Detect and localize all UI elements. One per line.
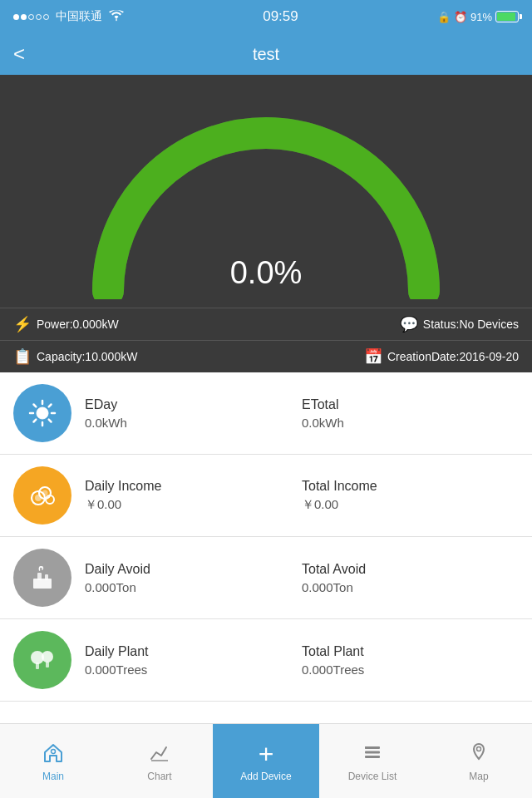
home-icon xyxy=(42,741,65,767)
svg-rect-16 xyxy=(45,574,48,580)
svg-point-19 xyxy=(42,651,53,663)
total-plant-label: Total Plant xyxy=(302,644,519,659)
etotal-value: 0.0kWh xyxy=(302,416,519,430)
tab-map[interactable]: Map xyxy=(426,724,532,798)
avoid-data: Daily Avoid 0.000Ton Total Avoid 0.000To… xyxy=(85,562,519,594)
plant-data: Daily Plant 0.000Trees Total Plant 0.000… xyxy=(85,644,519,677)
date-icon: 📅 xyxy=(364,347,382,366)
trees-icon-circle xyxy=(13,631,71,689)
svg-point-0 xyxy=(37,407,48,419)
tab-add-device[interactable]: + Add Device xyxy=(213,724,319,798)
daily-income-value: ￥0.00 xyxy=(85,497,302,513)
svg-line-5 xyxy=(34,405,37,407)
svg-rect-25 xyxy=(365,756,380,758)
nav-bar: < test xyxy=(0,33,532,75)
dot5 xyxy=(43,14,49,20)
total-avoid-label: Total Avoid xyxy=(302,562,519,577)
dot3 xyxy=(28,14,34,20)
capacity-info: 📋 Capacity:10.000kW xyxy=(13,347,137,366)
total-income-value: ￥0.00 xyxy=(302,497,519,513)
back-button[interactable]: < xyxy=(13,42,25,66)
svg-rect-18 xyxy=(36,663,39,669)
tab-add-label: Add Device xyxy=(240,771,291,782)
carrier: 中国联通 xyxy=(56,9,102,24)
daily-plant-value: 0.000Trees xyxy=(85,663,302,677)
tab-device-list[interactable]: Device List xyxy=(319,724,426,798)
svg-rect-20 xyxy=(46,662,49,667)
total-avoid-value: 0.000Ton xyxy=(302,580,519,594)
tab-main[interactable]: Main xyxy=(0,724,106,798)
stat-row-plant: Daily Plant 0.000Trees Total Plant 0.000… xyxy=(0,619,532,702)
chart-icon xyxy=(148,741,171,767)
tab-device-list-label: Device List xyxy=(348,771,397,782)
total-avoid-col: Total Avoid 0.000Ton xyxy=(302,562,519,594)
eday-value: 0.0kWh xyxy=(85,416,302,430)
total-income-label: Total Income xyxy=(302,479,519,494)
date-text: CreationDate:2016-09-20 xyxy=(387,350,519,363)
gauge-value: 0.0% xyxy=(230,255,303,291)
alarm-icon: ⏰ xyxy=(454,11,467,23)
tab-main-label: Main xyxy=(42,771,64,782)
dot1 xyxy=(13,14,19,20)
gauge-area: 0.0% xyxy=(0,75,532,308)
power-icon: ⚡ xyxy=(13,315,32,333)
battery-icon xyxy=(495,11,519,22)
battery-percent: 91% xyxy=(470,11,492,23)
tab-bar: Main Chart + Add Device Device List xyxy=(0,723,532,798)
status-text: Status:No Devices xyxy=(423,318,519,331)
daily-income-col: Daily Income ￥0.00 xyxy=(85,479,302,513)
stat-row-energy: EDay 0.0kWh ETotal 0.0kWh xyxy=(0,372,532,455)
svg-line-6 xyxy=(49,420,52,422)
svg-rect-24 xyxy=(365,751,380,753)
stats-container: EDay 0.0kWh ETotal 0.0kWh Daily Income ￥… xyxy=(0,372,532,702)
status-time: 09:59 xyxy=(263,8,298,25)
daily-avoid-value: 0.000Ton xyxy=(85,580,302,594)
info-section: ⚡ Power:0.000kW 💬 Status:No Devices 📋 Ca… xyxy=(0,308,532,372)
wifi-icon xyxy=(109,10,124,24)
stat-row-income: Daily Income ￥0.00 Total Income ￥0.00 xyxy=(0,455,532,537)
map-icon xyxy=(467,741,490,767)
info-row-1: ⚡ Power:0.000kW 💬 Status:No Devices xyxy=(0,308,532,340)
total-plant-value: 0.000Trees xyxy=(302,663,519,677)
dot2 xyxy=(21,14,27,20)
tab-chart[interactable]: Chart xyxy=(106,724,213,798)
svg-point-21 xyxy=(52,749,56,753)
daily-plant-label: Daily Plant xyxy=(85,644,302,659)
total-income-col: Total Income ￥0.00 xyxy=(302,479,519,513)
date-info: 📅 CreationDate:2016-09-20 xyxy=(364,347,519,366)
income-data: Daily Income ￥0.00 Total Income ￥0.00 xyxy=(85,479,519,513)
dot4 xyxy=(36,14,42,20)
factory-icon-circle xyxy=(13,549,71,607)
eday-col: EDay 0.0kWh xyxy=(85,397,302,430)
status-right: 🔒 ⏰ 91% xyxy=(437,11,519,23)
daily-avoid-label: Daily Avoid xyxy=(85,562,302,577)
svg-rect-15 xyxy=(37,573,42,580)
power-info: ⚡ Power:0.000kW xyxy=(13,315,119,333)
tab-map-label: Map xyxy=(469,771,488,782)
capacity-icon: 📋 xyxy=(13,347,32,366)
eday-label: EDay xyxy=(85,397,302,412)
etotal-label: ETotal xyxy=(302,397,519,412)
daily-income-label: Daily Income xyxy=(85,479,302,494)
status-info: 💬 Status:No Devices xyxy=(400,315,519,333)
svg-line-8 xyxy=(34,420,37,422)
tab-chart-label: Chart xyxy=(147,771,171,782)
info-row-2: 📋 Capacity:10.000kW 📅 CreationDate:2016-… xyxy=(0,340,532,372)
daily-avoid-col: Daily Avoid 0.000Ton xyxy=(85,562,302,594)
status-icon: 💬 xyxy=(400,315,418,333)
page-title: test xyxy=(253,45,279,64)
lock-icon: 🔒 xyxy=(437,11,451,23)
sun-icon-circle xyxy=(13,384,71,442)
power-text: Power:0.000kW xyxy=(37,318,119,331)
svg-point-27 xyxy=(477,746,481,751)
stat-row-avoid: Daily Avoid 0.000Ton Total Avoid 0.000To… xyxy=(0,537,532,619)
status-left: 中国联通 xyxy=(13,9,124,24)
coins-icon-circle xyxy=(13,466,71,525)
etotal-col: ETotal 0.0kWh xyxy=(302,397,519,430)
svg-rect-26 xyxy=(365,746,367,749)
capacity-text: Capacity:10.000kW xyxy=(37,350,137,363)
status-bar: 中国联通 09:59 🔒 ⏰ 91% xyxy=(0,0,532,33)
energy-data: EDay 0.0kWh ETotal 0.0kWh xyxy=(85,397,519,430)
svg-line-7 xyxy=(49,405,52,407)
signal-dots xyxy=(13,14,49,20)
